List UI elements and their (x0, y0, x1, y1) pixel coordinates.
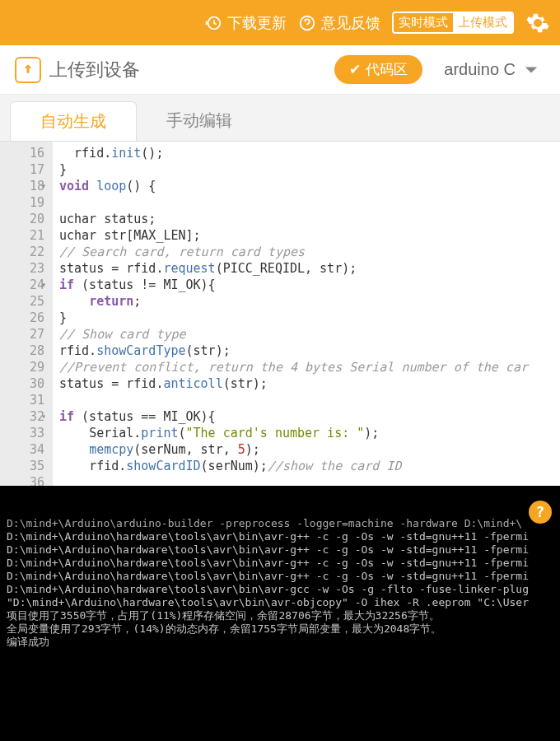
console-line: "D:\mind+\Arduino\hardware\tools\avr\bin… (7, 596, 553, 609)
code-line[interactable]: if (status != MI_OK){ (59, 277, 560, 293)
line-number: 34 (0, 441, 44, 458)
line-number: 20 (0, 211, 44, 227)
top-toolbar: 下载更新 意见反馈 实时模式 上传模式 (0, 0, 560, 45)
console-line: 编译成功 (7, 636, 553, 649)
line-number: 30 (0, 375, 44, 392)
tab-manual-edit[interactable]: 手动编辑 (137, 101, 262, 141)
code-content[interactable]: rfid.init();}void loop() {uchar status;u… (53, 142, 560, 486)
feedback-button[interactable]: 意见反馈 (298, 13, 380, 33)
code-line[interactable]: status = rfid.request(PICC_REQIDL, str); (59, 260, 560, 277)
language-value: arduino C (444, 60, 516, 79)
line-number: 28 (0, 343, 44, 359)
settings-button[interactable] (525, 11, 550, 35)
code-line[interactable]: rfid.init(); (59, 145, 560, 161)
code-line[interactable]: } (59, 161, 560, 178)
realtime-mode-button[interactable]: 实时模式 (394, 13, 453, 32)
sub-toolbar: 上传到设备 ✔ 代码区 arduino C (0, 45, 560, 95)
chevron-down-icon (524, 65, 539, 75)
mode-toggle: 实时模式 上传模式 (392, 12, 514, 34)
code-line[interactable] (59, 474, 560, 486)
gear-icon (525, 11, 550, 35)
upload-to-device-label: 上传到设备 (49, 58, 140, 82)
code-area-label: 代码区 (366, 60, 408, 79)
line-number: 33 (0, 425, 44, 441)
code-line[interactable]: // Show card type (59, 326, 560, 343)
code-line[interactable] (59, 392, 560, 408)
upload-icon (15, 57, 41, 83)
code-line[interactable]: uchar str[MAX_LEN]; (59, 227, 560, 244)
code-line[interactable]: // Search card, return card types (59, 244, 560, 260)
line-number: 36 (0, 474, 44, 486)
console-line: D:\mind+\Arduino\hardware\tools\avr\bin\… (7, 557, 553, 570)
upload-mode-button[interactable]: 上传模式 (453, 13, 512, 32)
code-line[interactable]: status = rfid.anticoll(str); (59, 375, 560, 392)
line-number: 21 (0, 227, 44, 244)
code-tabbar: 自动生成 手动编辑 (0, 95, 560, 141)
code-line[interactable]: } (59, 310, 560, 326)
line-number: 29 (0, 359, 44, 375)
line-number: 18 (0, 178, 44, 194)
line-number: 17 (0, 161, 44, 178)
code-line[interactable]: rfid.showCardID(serNum);//show the card … (59, 458, 560, 474)
console-line: 全局变量使用了293字节，(14%)的动态内存，余留1755字节局部变量，最大为… (7, 622, 553, 636)
console-line: 项目使用了3550字节，占用了(11%)程序存储空间，余留28706字节，最大为… (7, 609, 553, 622)
feedback-label: 意见反馈 (321, 13, 380, 33)
line-number: 16 (0, 145, 44, 161)
feedback-icon (298, 14, 316, 32)
line-gutter: 1617181920212223242526272829303132333435… (0, 142, 53, 486)
download-update-label: 下载更新 (227, 13, 287, 33)
code-line[interactable]: //Prevent conflict, return the 4 bytes S… (59, 359, 560, 375)
console-line: D:\mind+\Arduino\arduino-builder -prepro… (7, 517, 553, 530)
code-line[interactable]: Serial.print("The card's number is: "); (59, 425, 560, 441)
code-line[interactable]: memcpy(serNum, str, 5); (59, 441, 560, 458)
code-line[interactable]: rfid.showCardType(str); (59, 343, 560, 359)
code-line[interactable]: uchar status; (59, 211, 560, 227)
tab-auto-generate[interactable]: 自动生成 (10, 101, 137, 141)
line-number: 23 (0, 260, 44, 277)
upload-to-device-button[interactable]: 上传到设备 (15, 57, 140, 83)
code-editor[interactable]: 1617181920212223242526272829303132333435… (0, 141, 560, 486)
line-number: 24 (0, 277, 44, 293)
help-button[interactable]: ? (529, 501, 552, 524)
code-line[interactable] (59, 194, 560, 211)
line-number: 22 (0, 244, 44, 260)
line-number: 27 (0, 326, 44, 343)
line-number: 25 (0, 293, 44, 310)
code-line[interactable]: return; (59, 293, 560, 310)
language-select[interactable]: arduino C (437, 57, 545, 82)
line-number: 32 (0, 408, 44, 425)
console-line: D:\mind+\Arduino\hardware\tools\avr\bin\… (7, 570, 553, 583)
code-area-pill[interactable]: ✔ 代码区 (334, 55, 422, 84)
check-icon: ✔ (349, 61, 361, 78)
sub-toolbar-right: ✔ 代码区 arduino C (334, 55, 545, 84)
console-line: D:\mind+\Arduino\hardware\tools\avr\bin\… (7, 543, 553, 557)
line-number: 31 (0, 392, 44, 408)
line-number: 19 (0, 194, 44, 211)
history-icon (204, 14, 222, 32)
code-line[interactable]: if (status == MI_OK){ (59, 408, 560, 425)
line-number: 26 (0, 310, 44, 326)
svg-point-1 (301, 16, 315, 30)
console-line: D:\mind+\Arduino\hardware\tools\avr\bin\… (7, 583, 553, 596)
line-number: 35 (0, 458, 44, 474)
console-line: D:\mind+\Arduino\hardware\tools\avr\bin\… (7, 530, 553, 543)
build-console[interactable]: ? D:\mind+\Arduino\arduino-builder -prep… (0, 486, 560, 741)
code-line[interactable]: void loop() { (59, 178, 560, 194)
download-update-button[interactable]: 下载更新 (204, 13, 287, 33)
